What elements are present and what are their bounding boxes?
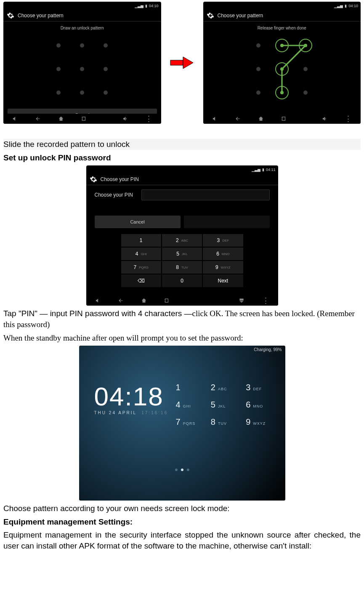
volume-down-icon[interactable] [95, 298, 101, 304]
page-indicator [175, 469, 189, 471]
svg-marker-1 [183, 57, 193, 69]
keyboard-hide-icon[interactable] [238, 298, 245, 304]
back-icon[interactable] [117, 298, 124, 304]
lock-time: 04:18 [94, 384, 168, 410]
lock-clock: 04:18 THU 24 APRIL 17:16:16 [94, 384, 168, 415]
key-Next[interactable]: Next [203, 274, 243, 287]
pattern-screenshots-row: ▁▃▅ ▮ 04:10 Choose your pattern Draw an … [3, 2, 361, 124]
dialog-title-bar: Choose your pattern [203, 10, 361, 21]
battery-icon: ▮ [262, 168, 264, 172]
screenshot-pin-setup: ▁▃▅ ▮ 04:11 Choose your PIN Choose your … [86, 165, 278, 306]
menu-icon[interactable]: ⋮ [145, 114, 153, 124]
lock-date: THU 24 APRIL 17:16:16 [94, 410, 168, 415]
recent-icon[interactable] [164, 298, 170, 304]
gear-icon [7, 12, 14, 19]
cancel-button[interactable]: Cancel [95, 216, 181, 228]
lock-key-8[interactable]: 8TUV [211, 417, 233, 427]
charging-status: Charging, 99% [254, 347, 282, 352]
lock-key-6[interactable]: 6MNO [246, 400, 268, 410]
dialog-title-bar: Choose your pattern [3, 10, 161, 21]
key-2[interactable]: 2ABC [162, 234, 202, 247]
recent-icon[interactable] [81, 116, 87, 122]
screenshot-pattern-draw: ▁▃▅ ▮ 04:10 Choose your pattern Draw an … [3, 2, 161, 124]
status-bar: ▁▃▅ ▮ 04:10 [3, 2, 161, 10]
lock-key-3[interactable]: 3DEF [246, 383, 268, 392]
status-bar: ▁▃▅ ▮ 04:10 [203, 2, 361, 10]
lock-key-4[interactable]: 4GHI [176, 400, 198, 410]
key-7[interactable]: 7PQRS [121, 261, 161, 274]
pattern-grid[interactable] [48, 35, 116, 103]
signal-icon: ▁▃▅ [135, 4, 143, 8]
volume-down-icon[interactable] [12, 116, 18, 122]
pattern-instruction: Draw an unlock pattern [3, 21, 161, 33]
numeric-keypad: 12ABC3DEF4GHI5JKL6MNO7PQRS8TUV9WXYZ⌫0Nex… [121, 234, 243, 287]
nav-bar: ⋮ [3, 114, 161, 124]
nav-bar: ⋮ [203, 114, 361, 124]
key-0[interactable]: 0 [162, 274, 202, 287]
lock-key-5[interactable]: 5JKL [211, 400, 233, 410]
volume-up-icon[interactable] [122, 116, 128, 122]
heading-equipment: Equipment management Settings: [3, 517, 361, 527]
menu-icon[interactable]: ⋮ [262, 296, 270, 306]
gear-icon [90, 176, 97, 183]
screenshot-pattern-drawn: ▁▃▅ ▮ 04:10 Choose your pattern Release … [203, 2, 361, 124]
pattern-grid[interactable] [248, 35, 316, 103]
status-time: 04:11 [266, 168, 276, 172]
lock-keypad: 12ABC3DEF4GHI5JKL6MNO7PQRS8TUV9WXYZ [176, 383, 268, 427]
home-icon[interactable] [258, 116, 264, 122]
pin-input[interactable] [141, 189, 270, 200]
dialog-title-bar: Choose your PIN [86, 174, 278, 185]
text-tap-pin: Tap "PIN" — input PIN password with 4 ch… [3, 308, 361, 330]
text-slide-unlock: Slide the recorded pattern to unlock [3, 139, 361, 150]
continue-button [184, 216, 270, 228]
lock-key-2[interactable]: 2ABC [211, 383, 233, 392]
battery-icon: ▮ [345, 4, 347, 8]
recent-icon[interactable] [281, 116, 287, 122]
key-9[interactable]: 9WXYZ [203, 261, 243, 274]
dialog-title: Choose your pattern [18, 13, 64, 19]
key-1[interactable]: 1 [121, 234, 161, 247]
key-⌫[interactable]: ⌫ [121, 274, 161, 287]
pattern-instruction: Release finger when done [203, 21, 361, 33]
home-icon[interactable] [58, 116, 64, 122]
gear-icon [207, 12, 214, 19]
key-4[interactable]: 4GHI [121, 248, 161, 260]
signal-icon: ▁▃▅ [334, 4, 343, 8]
lock-key-7[interactable]: 7PQRS [176, 417, 198, 427]
volume-up-icon[interactable] [321, 116, 327, 122]
key-5[interactable]: 5JKL [162, 248, 202, 260]
red-arrow-icon [170, 54, 195, 71]
dialog-title: Choose your PIN [101, 176, 139, 182]
svg-rect-0 [170, 60, 183, 65]
status-time: 04:10 [348, 4, 358, 8]
nav-bar: ⋮ [86, 296, 278, 306]
status-time: 04:10 [149, 4, 159, 8]
text-standby: When the standby machine after open will… [3, 333, 361, 344]
back-icon[interactable] [35, 116, 41, 122]
status-bar: ▁▃▅ ▮ 04:11 [86, 165, 278, 174]
key-3[interactable]: 3DEF [203, 234, 243, 247]
key-6[interactable]: 6MNO [203, 248, 243, 260]
pin-label: Choose your PIN [95, 192, 133, 198]
heading-setup-pin: Set up unlock PIN password [3, 152, 361, 163]
key-8[interactable]: 8TUV [162, 261, 202, 274]
lock-key-1[interactable]: 1 [176, 383, 198, 392]
battery-icon: ▮ [145, 4, 147, 8]
text-choose-pattern: Choose pattern according to your own nee… [3, 503, 361, 514]
dialog-title: Choose your pattern [218, 13, 263, 19]
signal-icon: ▁▃▅ [252, 168, 260, 172]
home-icon[interactable] [141, 298, 147, 304]
volume-down-icon[interactable] [212, 116, 218, 122]
back-icon[interactable] [234, 116, 241, 122]
menu-icon[interactable]: ⋮ [344, 114, 352, 124]
screenshot-lockscreen: Charging, 99% 04:18 THU 24 APRIL 17:16:1… [79, 346, 285, 501]
lock-key-9[interactable]: 9WXYZ [246, 417, 268, 427]
text-equipment-body: Equipment management in the security int… [3, 530, 361, 551]
